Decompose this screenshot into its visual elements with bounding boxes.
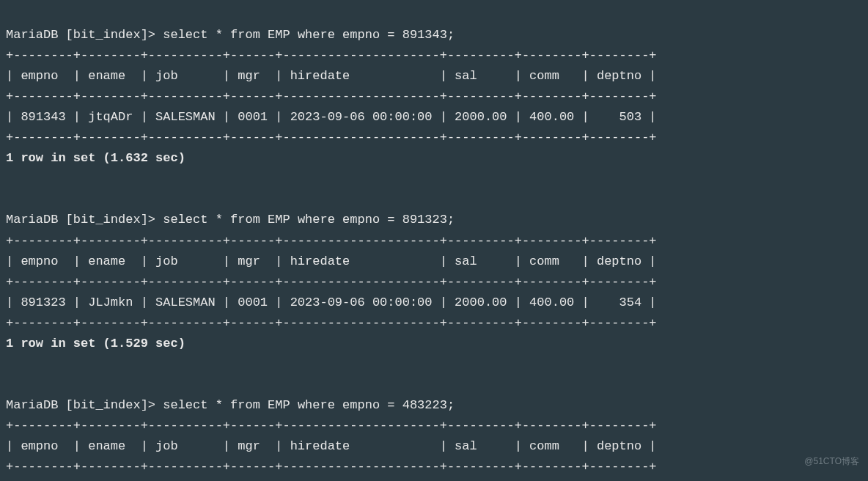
table-separator: +--------+--------+----------+------+---… — [6, 89, 657, 103]
sql-query: select * from EMP where empno = 891343; — [163, 28, 455, 42]
status-line: 1 row in set (1.632 sec) — [6, 151, 185, 165]
query-block-2: MariaDB [bit_index]> select * from EMP w… — [6, 189, 862, 353]
query-block-1: MariaDB [bit_index]> select * from EMP w… — [6, 25, 862, 169]
watermark-text: @51CTO博客 — [804, 455, 859, 469]
table-separator: +--------+--------+----------+------+---… — [6, 419, 657, 433]
table-header: | empno | ename | job | mgr | hiredate |… — [6, 439, 657, 453]
sql-query: select * from EMP where empno = 891323; — [163, 213, 455, 227]
table-separator: +--------+--------+----------+------+---… — [6, 275, 657, 289]
status-line: 1 row in set (1.529 sec) — [6, 337, 185, 350]
table-header: | empno | ename | job | mgr | hiredate |… — [6, 254, 657, 268]
table-separator: +--------+--------+----------+------+---… — [6, 234, 657, 248]
terminal-output: MariaDB [bit_index]> select * from EMP w… — [0, 0, 868, 481]
table-row: | 891323 | JLJmkn | SALESMAN | 0001 | 20… — [6, 295, 657, 309]
db-prompt: MariaDB [bit_index]> — [6, 398, 163, 412]
db-prompt: MariaDB [bit_index]> — [6, 28, 163, 42]
table-separator: +--------+--------+----------+------+---… — [6, 460, 657, 474]
table-header: | empno | ename | job | mgr | hiredate |… — [6, 69, 657, 83]
sql-query: select * from EMP where empno = 483223; — [163, 398, 455, 412]
db-prompt: MariaDB [bit_index]> — [6, 213, 163, 227]
table-separator: +--------+--------+----------+------+---… — [6, 131, 657, 144]
query-block-3: MariaDB [bit_index]> select * from EMP w… — [6, 375, 862, 481]
table-separator: +--------+--------+----------+------+---… — [6, 48, 657, 62]
table-separator: +--------+--------+----------+------+---… — [6, 316, 657, 330]
table-row: | 891343 | jtqADr | SALESMAN | 0001 | 20… — [6, 110, 657, 124]
